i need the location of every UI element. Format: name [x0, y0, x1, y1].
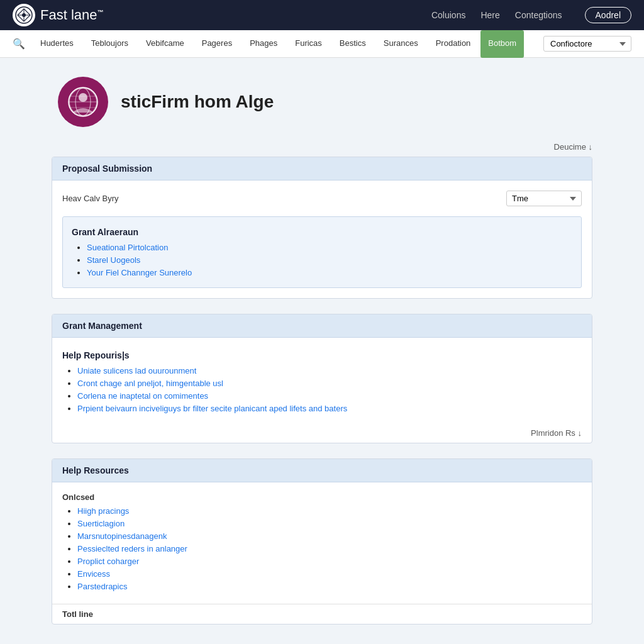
- filter-label: Heav Calv Byry: [62, 194, 119, 203]
- tme-select[interactable]: Tme Option A Option B: [506, 191, 582, 206]
- nav-item-prodation[interactable]: Prodation: [428, 30, 479, 58]
- proposal-submission-panel: Proposal Submission Heav Calv Byry Tme O…: [52, 157, 592, 299]
- profile-name: sticFirm hom Alge: [121, 92, 274, 112]
- help-repouris-list: Uniate sulicens lad ouurounment Cront ch…: [62, 365, 582, 413]
- help-link-3[interactable]: Pessieclted reders in anlanger: [77, 544, 187, 553]
- profile-avatar: [58, 77, 108, 127]
- onlcsed-label: Onlcsed: [62, 492, 582, 502]
- nav-item-surances[interactable]: Surances: [376, 30, 426, 58]
- list-item: Starel Uogeols: [87, 255, 572, 265]
- aodrel-button[interactable]: Aodrel: [585, 7, 631, 23]
- deucime-link[interactable]: Deucime ↓: [52, 142, 592, 152]
- brand-name: Fast lane™: [40, 7, 104, 23]
- grant-alraeraun-header: Grant Alraeraun: [72, 225, 572, 237]
- proposal-submission-header: Proposal Submission: [52, 157, 592, 180]
- help-link-4[interactable]: Proplict coharger: [77, 557, 139, 566]
- alraeraun-link-1[interactable]: Starel Uogeols: [87, 255, 140, 265]
- help-resources-list: Hiigh pracings Suerticlagion Marsnutopin…: [62, 506, 582, 591]
- logo-icon: [13, 4, 35, 26]
- help-link-1[interactable]: Suerticlagion: [77, 519, 125, 528]
- list-item: Parstedrapics: [77, 581, 582, 591]
- repouris-link-2[interactable]: Corlena ne inaptetal on comimentes: [77, 391, 208, 401]
- list-item: Envicess: [77, 569, 582, 579]
- totl-line-label: Totl line: [52, 604, 592, 624]
- list-item: Hiigh pracings: [77, 506, 582, 516]
- help-link-2[interactable]: Marsnutopinesdanagenk: [77, 531, 167, 541]
- nav-item-phages[interactable]: Phages: [242, 30, 285, 58]
- help-resources-header: Help Resources: [52, 459, 592, 482]
- top-nav-links: Coluions Here Contegtions Aodrel: [431, 7, 631, 23]
- list-item: Marsnutopinesdanagenk: [77, 531, 582, 541]
- help-repouris-header: Help Repouris|s: [62, 348, 582, 360]
- main-content: sticFirm hom Alge Deucime ↓ Proposal Sub…: [39, 58, 605, 644]
- secondary-navigation: 🔍 Hudertes Tebloujors Vebifcame Pageres …: [0, 30, 644, 58]
- svg-point-5: [79, 93, 87, 102]
- list-item: Your Fiel Channger Sunerelo: [87, 267, 572, 277]
- brand-logo: Fast lane™: [13, 4, 104, 26]
- nav-item-hudertes[interactable]: Hudertes: [33, 30, 81, 58]
- nav-item-pageres[interactable]: Pageres: [194, 30, 240, 58]
- list-item: Cront chage anl pneljot, himgentable usl: [77, 378, 582, 388]
- plmridon-link[interactable]: Plmridon Rs ↓: [52, 426, 592, 443]
- list-item: Corlena ne inaptetal on comimentes: [77, 391, 582, 401]
- help-link-0[interactable]: Hiigh pracings: [77, 506, 129, 516]
- grant-management-panel: Grant Management Help Repouris|s Uniate …: [52, 314, 592, 443]
- grant-alraeraun-section: Grant Alraeraun Sueational Pirtolcation …: [62, 216, 582, 288]
- grant-alraeraun-list: Sueational Pirtolcation Starel Uogeols Y…: [72, 242, 572, 277]
- list-item: Pessieclted reders in anlanger: [77, 543, 582, 553]
- nav-item-botbom[interactable]: Botbom: [480, 30, 524, 58]
- list-item: Uniate sulicens lad ouurounment: [77, 365, 582, 375]
- grant-management-body: Help Repouris|s Uniate sulicens lad ouur…: [52, 338, 592, 426]
- filter-row: Heav Calv Byry Tme Option A Option B: [62, 191, 582, 206]
- help-resources-body: Onlcsed Hiigh pracings Suerticlagion Mar…: [52, 482, 592, 604]
- alraeraun-link-0[interactable]: Sueational Pirtolcation: [87, 243, 168, 252]
- help-link-5[interactable]: Envicess: [77, 569, 110, 579]
- nav-link-coluions[interactable]: Coluions: [431, 10, 465, 20]
- list-item: Suerticlagion: [77, 518, 582, 528]
- alraeraun-link-2[interactable]: Your Fiel Channger Sunerelo: [87, 268, 192, 277]
- nav-item-tebloujors[interactable]: Tebloujors: [84, 30, 136, 58]
- top-navigation: Fast lane™ Coluions Here Contegtions Aod…: [0, 0, 644, 30]
- nav-item-vebifcame[interactable]: Vebifcame: [138, 30, 192, 58]
- repouris-link-0[interactable]: Uniate sulicens lad ouurounment: [77, 366, 196, 375]
- profile-header: sticFirm hom Alge: [52, 77, 592, 127]
- search-icon[interactable]: 🔍: [13, 38, 25, 50]
- nav-item-furicas[interactable]: Furicas: [287, 30, 330, 58]
- nav-item-bestics[interactable]: Bestics: [332, 30, 374, 58]
- help-link-6[interactable]: Parstedrapics: [77, 582, 127, 591]
- repouris-link-1[interactable]: Cront chage anl pneljot, himgentable usl: [77, 379, 223, 388]
- list-item: Prpient beivaurn inciveliguys br filter …: [77, 403, 582, 413]
- sec-nav-right: Confioctore Option 2 Option 3: [543, 36, 631, 52]
- nav-link-contegtions[interactable]: Contegtions: [515, 10, 562, 20]
- grant-management-header: Grant Management: [52, 314, 592, 338]
- list-item: Proplict coharger: [77, 556, 582, 566]
- help-resources-panel: Help Resources Onlcsed Hiigh pracings Su…: [52, 458, 592, 625]
- proposal-submission-body: Heav Calv Byry Tme Option A Option B Gra…: [52, 180, 592, 298]
- repouris-link-3[interactable]: Prpient beivaurn inciveliguys br filter …: [77, 404, 347, 413]
- list-item: Sueational Pirtolcation: [87, 242, 572, 252]
- nav-link-here[interactable]: Here: [480, 10, 499, 20]
- confioctore-select[interactable]: Confioctore Option 2 Option 3: [543, 36, 631, 52]
